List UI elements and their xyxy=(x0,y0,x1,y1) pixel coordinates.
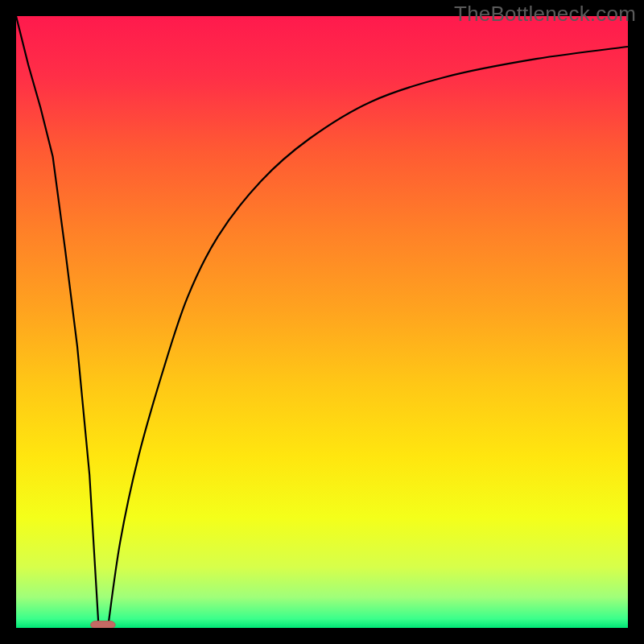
plot-area xyxy=(16,16,628,628)
minimum-marker xyxy=(91,621,115,628)
watermark-text: TheBottleneck.com xyxy=(454,2,636,27)
gradient-background xyxy=(16,16,628,628)
chart-frame: TheBottleneck.com xyxy=(0,0,644,644)
chart-svg xyxy=(16,16,628,628)
